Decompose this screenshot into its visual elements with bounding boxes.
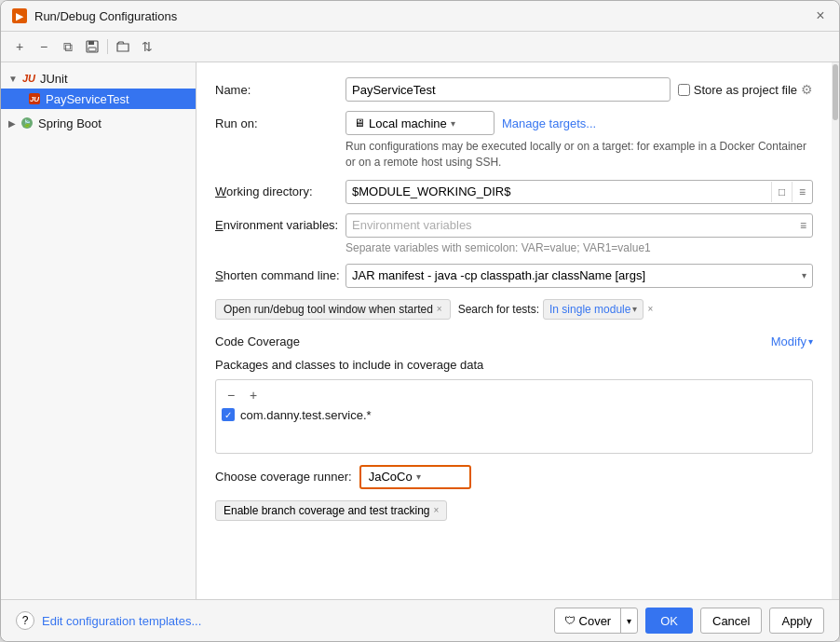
sidebar-item-payservicetest[interactable]: JU PayServiceTest [1, 89, 196, 109]
shorten-row: Shorten command line: JAR manifest - jav… [215, 264, 813, 288]
sidebar-group-label-junit: JUnit [40, 72, 68, 86]
search-close-icon[interactable]: × [647, 304, 653, 314]
working-dir-row: Working directory: □ ≡ [215, 180, 813, 204]
env-vars-row: Environment variables: Environment varia… [215, 213, 813, 238]
code-coverage-section-header: Code Coverage Modify ▾ [215, 335, 813, 348]
chips-row: Open run/debug tool window when started … [215, 299, 813, 320]
shorten-label: Shorten command line: [215, 268, 345, 282]
search-for-tests: Search for tests: In single module ▾ × [458, 299, 654, 320]
runner-dropdown[interactable]: JaCoCo ▾ [359, 465, 471, 489]
sidebar: ▼ JU JUnit JU PayServiceTest ▶ [1, 62, 196, 599]
gear-icon: ⚙ [801, 82, 813, 97]
footer-right: 🛡 Cover ▾ OK Cancel Apply [554, 608, 824, 634]
footer-left: ? Edit configuration templates... [16, 611, 201, 630]
close-button[interactable]: × [813, 8, 828, 23]
save-config-button[interactable] [81, 35, 103, 58]
folder-browse-icon[interactable]: ≡ [792, 182, 812, 202]
coverage-item-checkbox[interactable]: ✓ [222, 408, 235, 421]
chip-close-icon[interactable]: × [437, 304, 442, 314]
run-on-dropdown[interactable]: 🖥 Local machine ▾ [345, 111, 495, 135]
enable-branch-row: Enable branch coverage and test tracking… [215, 500, 813, 521]
app-icon: ▶ [12, 8, 27, 23]
sort-button[interactable]: ⇅ [136, 35, 158, 58]
edit-config-link[interactable]: Edit configuration templates... [42, 614, 201, 628]
cover-button[interactable]: 🛡 Cover [555, 608, 621, 633]
scrollbar[interactable] [832, 62, 839, 599]
svg-rect-1 [88, 41, 94, 45]
toolbar-divider [107, 39, 108, 54]
chevron-down-icon: ▼ [8, 74, 18, 84]
modify-arrow-icon: ▾ [808, 336, 813, 347]
cancel-button[interactable]: Cancel [700, 608, 762, 634]
store-checkbox-area: Store as project file ⚙ [678, 82, 813, 97]
remove-config-button[interactable]: − [33, 35, 55, 58]
name-row: Name: Store as project file ⚙ [215, 77, 813, 102]
help-button[interactable]: ? [16, 611, 34, 630]
ok-button[interactable]: OK [645, 608, 693, 634]
expand-icon[interactable]: □ [771, 182, 792, 202]
env-placeholder: Environment variables [352, 218, 472, 232]
cover-dropdown-arrow[interactable]: ▾ [620, 608, 637, 633]
name-label: Name: [215, 83, 345, 97]
coverage-desc: Packages and classes to include in cover… [215, 358, 813, 372]
test-icon: JU [27, 91, 42, 106]
cover-icon: 🛡 [564, 614, 576, 627]
sidebar-group-junit: ▼ JU JUnit JU PayServiceTest [1, 66, 196, 111]
scrollbar-thumb[interactable] [833, 64, 838, 120]
run-on-value: Local machine [369, 116, 447, 130]
search-for-tests-value: In single module [549, 303, 630, 316]
coverage-toolbar: − + [222, 386, 806, 404]
name-input[interactable] [345, 77, 671, 102]
open-folder-button[interactable] [112, 35, 134, 58]
junit-icon: JU [21, 71, 36, 86]
search-for-tests-label: Search for tests: [458, 303, 539, 316]
right-panel: Name: Store as project file ⚙ Run on: 🖥 … [196, 62, 832, 599]
svg-rect-2 [88, 48, 96, 51]
env-label: Environment variables: [215, 218, 345, 232]
modify-label: Modify [771, 335, 806, 348]
sidebar-group-header-junit[interactable]: ▼ JU JUnit [1, 68, 196, 89]
info-text: Run configurations may be executed local… [345, 139, 813, 171]
modify-button[interactable]: Modify ▾ [771, 335, 813, 348]
enable-branch-close-icon[interactable]: × [433, 505, 439, 515]
runner-arrow-icon: ▾ [416, 471, 421, 482]
svg-text:JU: JU [30, 95, 39, 103]
title-bar: ▶ Run/Debug Configurations × [1, 1, 839, 32]
sidebar-group-header-springboot[interactable]: ▶ 🍃 Spring Boot [1, 113, 196, 133]
store-checkbox[interactable] [678, 84, 690, 96]
coverage-remove-button[interactable]: − [222, 386, 240, 404]
search-dropdown-arrow-icon: ▾ [632, 304, 637, 314]
shorten-value: JAR manifest - java -cp classpath.jar cl… [352, 268, 645, 282]
copy-config-button[interactable]: ⧉ [57, 35, 79, 58]
dialog-title: Run/Debug Configurations [34, 9, 177, 23]
toolbar: + − ⧉ ⇅ [1, 32, 839, 62]
store-label: Store as project file [694, 83, 797, 97]
add-config-button[interactable]: + [8, 35, 31, 58]
working-dir-label: Working directory: [215, 184, 345, 198]
springboot-icon: 🍃 [20, 116, 34, 130]
dropdown-arrow-icon: ▾ [451, 118, 455, 129]
env-edit-icon[interactable]: ≡ [800, 219, 806, 232]
enable-branch-label: Enable branch coverage and test tracking [224, 504, 429, 517]
search-for-tests-dropdown[interactable]: In single module ▾ [543, 299, 644, 320]
env-input[interactable]: Environment variables ≡ [345, 213, 813, 238]
sidebar-item-label-payservicetest: PayServiceTest [46, 92, 129, 106]
svg-text:🍃: 🍃 [22, 118, 32, 128]
shorten-dropdown[interactable]: JAR manifest - java -cp classpath.jar cl… [345, 264, 813, 288]
runner-row: Choose coverage runner: JaCoCo ▾ [215, 465, 813, 489]
cover-label: Cover [579, 614, 612, 628]
manage-targets-link[interactable]: Manage targets... [502, 116, 596, 130]
runner-value: JaCoCo [369, 470, 413, 484]
env-hint: Separate variables with semicolon: VAR=v… [345, 241, 813, 254]
enable-branch-chip: Enable branch coverage and test tracking… [215, 500, 447, 521]
coverage-item-label: com.danny.test.service.* [240, 408, 372, 422]
run-on-label: Run on: [215, 116, 345, 130]
coverage-add-button[interactable]: + [244, 386, 263, 404]
chip-label: Open run/debug tool window when started [224, 303, 433, 316]
run-on-row: Run on: 🖥 Local machine ▾ Manage targets… [215, 111, 813, 135]
apply-button[interactable]: Apply [769, 608, 824, 634]
coverage-section-title: Code Coverage [215, 335, 300, 348]
sidebar-group-springboot: ▶ 🍃 Spring Boot [1, 111, 196, 135]
working-dir-input[interactable] [346, 183, 771, 200]
monitor-icon: 🖥 [354, 116, 365, 130]
